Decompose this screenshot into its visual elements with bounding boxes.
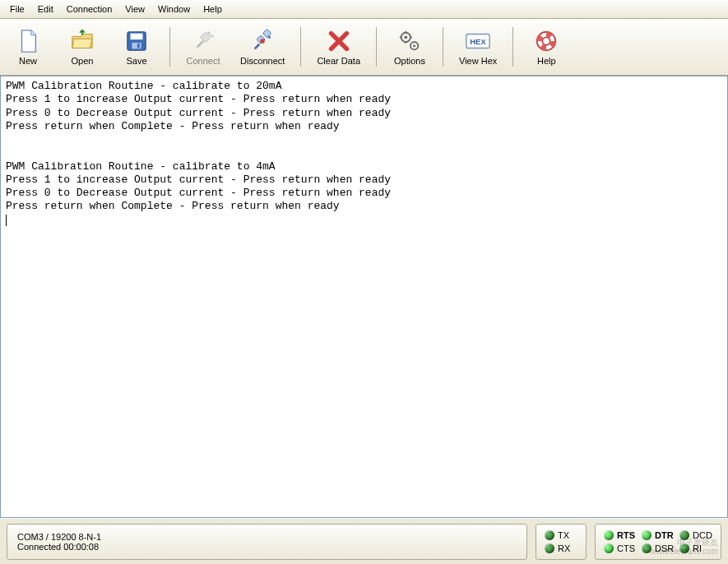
menu-help[interactable]: Help xyxy=(197,2,229,16)
terminal-output[interactable]: PWM Calibration Routine - calibrate to 2… xyxy=(0,76,728,518)
menu-view[interactable]: View xyxy=(118,2,151,16)
save-button[interactable]: Save xyxy=(114,22,160,72)
terminal-line: Press 1 to increase Output current - Pre… xyxy=(6,93,391,105)
status-txrx-panel: TX RX xyxy=(536,524,587,560)
menubar: File Edit Connection View Window Help xyxy=(0,0,728,19)
dsr-label: DSR xyxy=(655,543,675,553)
disconnect-plug-icon xyxy=(249,28,276,54)
options-button[interactable]: Options xyxy=(387,22,433,72)
svg-point-9 xyxy=(404,35,407,39)
status-connected: Connected 00:00:08 xyxy=(17,542,517,552)
dsr-led-icon xyxy=(642,543,651,553)
terminal-line: Press 0 to Decrease Output current - Pre… xyxy=(6,107,391,119)
open-button[interactable]: Open xyxy=(59,22,105,72)
terminal-line: PWM Calibration Routine - calibrate to 4… xyxy=(6,160,276,173)
connect-button: Connect xyxy=(180,22,226,72)
terminal-line: Press return when Complete - Press retur… xyxy=(6,120,340,132)
help-button[interactable]: Help xyxy=(523,22,569,72)
clear-label: Clear Data xyxy=(317,56,360,66)
terminal-line: Press return when Complete - Press retur… xyxy=(6,200,340,212)
open-label: Open xyxy=(72,56,94,66)
view-hex-button[interactable]: HEX View Hex xyxy=(453,22,503,72)
menu-window[interactable]: Window xyxy=(151,2,197,16)
toolbar-separator xyxy=(300,27,301,67)
terminal-line: Press 1 to increase Output current - Pre… xyxy=(6,173,391,186)
cts-led-icon xyxy=(604,543,614,553)
help-label: Help xyxy=(537,56,556,66)
rts-led-icon[interactable] xyxy=(604,530,614,540)
rts-label: RTS xyxy=(617,530,637,540)
new-label: New xyxy=(19,56,37,66)
terminal-line: PWM Calibration Routine - calibrate to 2… xyxy=(6,80,281,92)
save-floppy-icon xyxy=(123,28,150,54)
options-gears-icon xyxy=(396,28,423,54)
viewhex-label: View Hex xyxy=(459,56,497,66)
dtr-led-icon[interactable] xyxy=(642,530,651,540)
terminal-line: Press 0 to Decrease Output current - Pre… xyxy=(6,187,391,199)
rx-led-icon xyxy=(545,543,554,553)
dcd-led-icon xyxy=(679,530,689,540)
disconnect-button[interactable]: Disconnect xyxy=(234,22,290,72)
svg-rect-1 xyxy=(131,34,143,40)
rx-label: RX xyxy=(558,543,577,553)
status-signals-panel: RTS CTS DTR DSR DCD RI xyxy=(595,524,721,560)
toolbar-separator xyxy=(169,27,170,67)
dtr-label: DTR xyxy=(655,530,675,540)
clear-x-icon xyxy=(326,28,352,54)
status-port: COM3 / 19200 8-N-1 xyxy=(17,532,517,542)
svg-rect-3 xyxy=(137,44,140,49)
text-cursor xyxy=(6,215,7,226)
toolbar-separator xyxy=(512,27,513,67)
new-file-icon xyxy=(15,28,41,54)
statusbar: COM3 / 19200 8-N-1 Connected 00:00:08 TX… xyxy=(0,518,728,564)
status-connection-panel: COM3 / 19200 8-N-1 Connected 00:00:08 xyxy=(7,524,527,560)
dcd-label: DCD xyxy=(693,530,712,540)
ri-label: RI xyxy=(693,543,712,553)
tx-led-icon xyxy=(545,530,554,540)
cts-label: CTS xyxy=(617,543,637,553)
save-label: Save xyxy=(126,56,146,66)
new-button[interactable]: New xyxy=(5,22,51,72)
svg-text:HEX: HEX xyxy=(470,37,486,46)
connect-plug-icon xyxy=(190,28,216,54)
toolbar: New Open Save Connect Disconnect Clear D… xyxy=(0,19,728,76)
svg-rect-2 xyxy=(132,43,141,49)
help-lifebuoy-icon xyxy=(533,28,559,54)
toolbar-separator xyxy=(443,27,443,67)
ri-led-icon xyxy=(679,543,689,553)
options-label: Options xyxy=(394,56,425,66)
clear-data-button[interactable]: Clear Data xyxy=(311,22,366,72)
open-folder-icon xyxy=(69,28,95,54)
toolbar-separator xyxy=(376,27,377,67)
menu-file[interactable]: File xyxy=(3,2,31,16)
svg-point-7 xyxy=(260,39,265,44)
tx-label: TX xyxy=(558,530,577,540)
connect-label: Connect xyxy=(187,56,220,66)
disconnect-label: Disconnect xyxy=(240,56,285,66)
svg-point-19 xyxy=(543,37,550,44)
svg-point-11 xyxy=(413,44,415,47)
menu-connection[interactable]: Connection xyxy=(60,2,119,16)
hex-icon: HEX xyxy=(465,28,491,54)
menu-edit[interactable]: Edit xyxy=(31,2,60,16)
